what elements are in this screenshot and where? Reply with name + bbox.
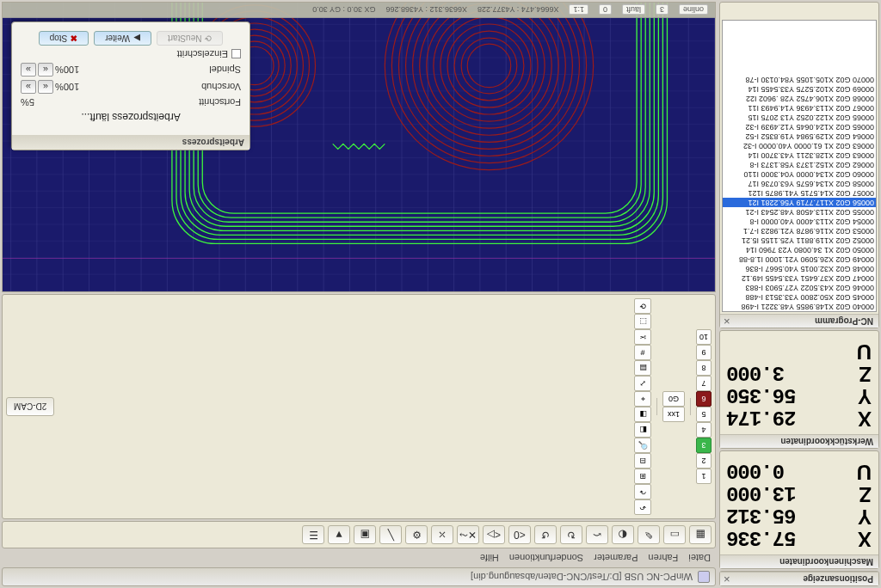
toolbar-btn-8[interactable]: <▷ bbox=[483, 525, 505, 544]
status-scale: 1:1 bbox=[569, 5, 588, 15]
tool-1[interactable]: 1 bbox=[696, 469, 712, 484]
toolbar-btn-7[interactable]: <0 bbox=[508, 525, 531, 544]
nc-line[interactable]: 00068 G02 X106.4752 Y28 .9602 I22 bbox=[723, 94, 876, 103]
tool-3[interactable]: 3 bbox=[696, 438, 712, 453]
nc-line[interactable]: 00067 G02 X113.4936 Y14.9493 I11 bbox=[723, 103, 876, 113]
tool-5[interactable]: 5 bbox=[696, 407, 712, 422]
toolpath-viewport[interactable]: Arbeitsprozess Arbeitsprozess läuft... F… bbox=[2, 2, 716, 292]
toolbar-btn-14[interactable]: ▼ bbox=[328, 525, 350, 544]
nc-line[interactable]: 00055 G02 X113.4508 Y48.2543 I-21 bbox=[723, 207, 876, 217]
toolbar-btn-13[interactable]: ▣ bbox=[354, 525, 376, 544]
nc-line[interactable]: 00065 G02 X124.0645 Y12.4939 I-32 bbox=[723, 122, 876, 132]
toolbar-btn-12[interactable]: ╲ bbox=[379, 525, 402, 544]
position-panel: Positionsanzeige ✕ bbox=[719, 571, 879, 586]
nc-line[interactable]: 00040 G02 X148.9855 Y48.3221 I-498 bbox=[723, 302, 876, 311]
nc-line[interactable]: 00048 G02 X32.0015 Y40.5667 I-836 bbox=[723, 264, 876, 273]
view-btn-1[interactable]: ↷ bbox=[634, 484, 651, 499]
svg-rect-6 bbox=[185, 2, 654, 230]
machine-u: 0.000 bbox=[727, 460, 785, 481]
tool-6[interactable]: 6 bbox=[696, 391, 712, 407]
toolbar-btn-5[interactable]: ↻ bbox=[560, 525, 582, 544]
toolbar-btn-4[interactable]: ⤺ bbox=[586, 525, 608, 544]
stop-button[interactable]: ✖Stop bbox=[39, 31, 89, 46]
toolbar-btn-0[interactable]: ▦ bbox=[689, 525, 712, 544]
toolbar-btn-15[interactable]: ☰ bbox=[302, 525, 324, 544]
single-step-checkbox[interactable] bbox=[231, 50, 241, 59]
menu-parameter[interactable]: Parameter bbox=[594, 553, 638, 563]
nc-line[interactable]: 00062 G02 X152.1373 Y58.1373 I-8 bbox=[723, 160, 876, 169]
status-bar: online 3 läuft 0 1:1 X6664.474 : Y4377.2… bbox=[3, 3, 715, 18]
toolbar-1xx[interactable]: 1xx bbox=[662, 407, 685, 422]
nc-line[interactable]: 00046 G02 X43.5022 Y27.5903 I-883 bbox=[723, 283, 876, 292]
feed-decrease-button[interactable]: « bbox=[38, 80, 53, 94]
close-icon[interactable]: ✕ bbox=[724, 574, 730, 584]
position-panel-title: Positionsanzeige bbox=[720, 572, 878, 585]
status-online: online bbox=[679, 5, 708, 15]
nc-line[interactable]: 00056 G02 X117.7719 Y56.2281 I21 bbox=[723, 198, 876, 207]
tool-2[interactable]: 2 bbox=[696, 453, 712, 469]
nc-line[interactable]: 00058 G02 X134.6575 Y63.0736 I17 bbox=[723, 179, 876, 188]
cam-button[interactable]: 2D-CAM bbox=[6, 397, 54, 416]
view-btn-13[interactable]: ⟳ bbox=[634, 298, 651, 314]
menu-sonderfunktionen[interactable]: Sonderfunktionen bbox=[509, 553, 583, 563]
svg-point-22 bbox=[461, 38, 517, 94]
nc-line[interactable]: 00054 G02 X113.4000 Y40.0000 I-8 bbox=[723, 217, 876, 226]
view-btn-11[interactable]: ✂ bbox=[634, 329, 651, 345]
svg-point-12 bbox=[391, 2, 586, 163]
nc-line[interactable]: 00053 G02 X116.9878 Y21.9823 I-7.1 bbox=[723, 226, 876, 236]
nc-line[interactable]: 00063 G02 X128.3211 Y43.3700 I14 bbox=[723, 150, 876, 160]
menu-datei[interactable]: Datei bbox=[688, 553, 711, 563]
toolbar-btn-9[interactable]: ✕⤳ bbox=[457, 525, 479, 544]
nc-line[interactable]: 00050 G02 X1 34.0080 Y23 7960 I14 bbox=[723, 245, 876, 254]
nc-line[interactable]: 00060 G02 X134.0000 Y04.3000 I110 bbox=[723, 169, 876, 179]
menu-bar[interactable]: DateiFahrenParameterSonderfunktionenHilf… bbox=[2, 550, 716, 566]
feed-increase-button[interactable]: » bbox=[21, 80, 36, 94]
menu-hilfe[interactable]: Hilfe bbox=[480, 553, 499, 563]
nc-line[interactable]: 00065 G02 X122.0252 Y13 2075 I15 bbox=[723, 113, 876, 122]
view-btn-8[interactable]: ⤢ bbox=[634, 376, 651, 391]
tool-number-bar: 12345678910 1xxG0 ↶↷⊞⊟🔍◧◨⌖⤢▤#✂⬚⟳ 2D-CAM bbox=[2, 294, 716, 519]
view-btn-2[interactable]: ⊞ bbox=[634, 469, 651, 484]
continue-button[interactable]: ▶ Weiter bbox=[94, 31, 151, 46]
nc-line[interactable]: 00052 G02 X119.8811 Y25.1155 I5.21 bbox=[723, 236, 876, 245]
view-btn-12[interactable]: ⬚ bbox=[634, 314, 651, 329]
nc-line[interactable]: 00064 G02 X129.5984 Y19.8352 I-52 bbox=[723, 132, 876, 141]
view-btn-3[interactable]: ⊟ bbox=[634, 453, 651, 469]
view-btn-0[interactable]: ↶ bbox=[634, 499, 651, 515]
nc-line[interactable]: 00069 G02 X102.5275 Y33.5455 I14 bbox=[723, 84, 876, 94]
nc-line[interactable]: 00045 G02 X50.2800 Y33.3513 I-488 bbox=[723, 292, 876, 302]
tool-7[interactable]: 7 bbox=[696, 376, 712, 391]
toolbar-btn-11[interactable]: ⚙ bbox=[405, 525, 428, 544]
nc-line[interactable]: 00070 G02 X105.1055 Y84.0130 I-78 bbox=[723, 75, 876, 84]
nc-line[interactable]: 00047 G02 X37.6451 Y33.5455 I49.12 bbox=[723, 273, 876, 283]
nc-program-list[interactable]: 00040 G02 X148.9855 Y48.3221 I-49800045 … bbox=[722, 20, 877, 312]
nc-line[interactable]: 00063 G02 X1 61.0000 Y40.0000 I-32 bbox=[723, 141, 876, 150]
toolbar-btn-2[interactable]: ✎ bbox=[638, 525, 660, 544]
toolbar-btn-6[interactable]: ↺ bbox=[534, 525, 557, 544]
view-btn-7[interactable]: ⌖ bbox=[634, 391, 651, 407]
machine-y: 65.312 bbox=[727, 505, 796, 525]
view-btn-5[interactable]: ◧ bbox=[634, 422, 651, 438]
tool-8[interactable]: 8 bbox=[696, 360, 712, 376]
view-btn-6[interactable]: ◨ bbox=[634, 407, 651, 422]
view-btn-9[interactable]: ▤ bbox=[634, 360, 651, 376]
app-icon bbox=[698, 571, 710, 583]
toolbar-btn-10[interactable]: ⤫ bbox=[431, 525, 453, 544]
nc-line[interactable]: 00049 G02 X26.5090 Y21.1000 I1.8-88 bbox=[723, 254, 876, 264]
menu-fahren[interactable]: Fahren bbox=[648, 553, 678, 563]
tool-4[interactable]: 4 bbox=[696, 422, 712, 438]
tool-10[interactable]: 10 bbox=[696, 329, 712, 345]
toolbar-G0[interactable]: G0 bbox=[662, 391, 685, 407]
toolbar-btn-3[interactable]: ◐ bbox=[612, 525, 634, 544]
close-icon[interactable]: ✕ bbox=[724, 316, 730, 326]
spindle-decrease-button[interactable]: « bbox=[38, 63, 53, 77]
main-toolbar: ▦▭✎◐⤺↻↺<0<▷✕⤳⤫⚙╲▣▼☰ bbox=[2, 521, 716, 548]
view-btn-4[interactable]: 🔍 bbox=[634, 438, 651, 453]
toolbar-btn-1[interactable]: ▭ bbox=[663, 525, 686, 544]
nc-line[interactable]: 00057 G02 X14.5715 Y41.9875 I121 bbox=[723, 188, 876, 198]
status-state: läuft bbox=[622, 5, 645, 15]
single-step-label: Einzelschritt bbox=[177, 49, 228, 59]
view-btn-10[interactable]: # bbox=[634, 345, 651, 360]
tool-9[interactable]: 9 bbox=[696, 345, 712, 360]
spindle-increase-button[interactable]: » bbox=[21, 63, 36, 77]
